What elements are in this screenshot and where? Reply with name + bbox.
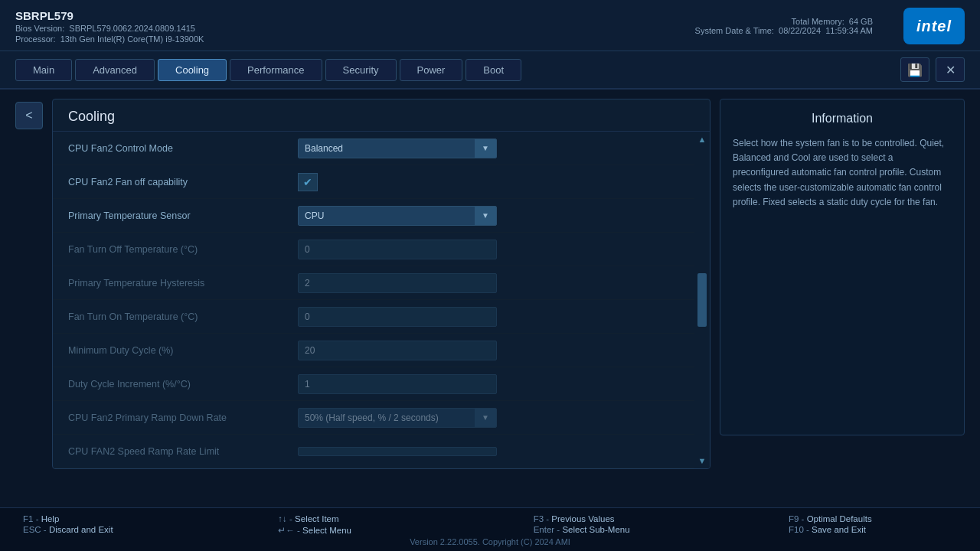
info-title: Information [733, 112, 952, 126]
select-primary-temp-sensor[interactable]: CPU ▼ [298, 206, 497, 226]
tab-boot[interactable]: Boot [466, 59, 521, 81]
setting-row-duty-cycle-increment: Duty Cycle Increment (%/°C) 1 [53, 367, 694, 401]
footer-version: Version 2.22.0055. Copyright (C) 2024 AM… [23, 537, 957, 546]
enter-action: Select Sub-Menu [562, 525, 629, 534]
control-primary-temp-sensor[interactable]: CPU ▼ [298, 206, 497, 226]
header-left: SBRPL579 Bios Version: SBRPL579.0062.202… [15, 9, 204, 44]
footer-f9: F9 - Optimal Defaults [789, 514, 957, 523]
footer-esc-sep: - [44, 525, 49, 534]
arrows-action: Select Item [295, 514, 339, 523]
scroll-up-arrow[interactable]: ▲ [698, 135, 707, 144]
f3-action: Previous Values [551, 514, 614, 523]
label-fan-turn-off-temp: Fan Turn Off Temperature (°C) [68, 244, 298, 255]
f3-key: F3 [534, 514, 544, 523]
setting-row-fan-turn-off-temp: Fan Turn Off Temperature (°C) 0 [53, 233, 694, 266]
processor-info: Processor: 13th Gen Intel(R) Core(TM) i9… [15, 34, 204, 44]
scroll-thumb[interactable] [697, 273, 707, 327]
footer-arrows: ↑↓ - Select Item [278, 514, 446, 523]
footer-enter-arrows: ↵← - Select Menu [278, 525, 446, 536]
label-fan2-control-mode: CPU Fan2 Control Mode [68, 143, 298, 154]
footer-f1: F1 - Help [23, 514, 191, 523]
footer-arrows-sep: - [289, 514, 295, 523]
tab-cooling[interactable]: Cooling [158, 59, 227, 81]
memory-label: Total Memory: [792, 17, 844, 26]
bios-info: Bios Version: SBRPL579.0062.2024.0809.14… [15, 24, 204, 33]
footer-f3: F3 - Previous Values [534, 514, 702, 523]
processor-value: 13th Gen Intel(R) Core(TM) i9-13900K [60, 34, 204, 44]
enter-key: Enter [534, 525, 555, 534]
select-fan2-ramp-down: 50% (Half speed, % / 2 seconds) ▼ [298, 408, 497, 428]
date-value: 08/22/2024 [779, 26, 821, 35]
setting-row-fan2-ramp-down: CPU Fan2 Primary Ramp Down Rate 50% (Hal… [53, 401, 694, 435]
value-duty-cycle-increment: 1 [298, 374, 497, 394]
dropdown-arrow-fan2-ramp-down: ▼ [475, 409, 496, 427]
intel-logo: intel [903, 8, 965, 44]
memory-info: Total Memory: 64 GB [695, 17, 873, 26]
tab-power[interactable]: Power [400, 59, 463, 81]
back-button[interactable]: < [15, 102, 43, 129]
label-duty-cycle-increment: Duty Cycle Increment (%/°C) [68, 379, 298, 390]
footer-row1: F1 - Help ↑↓ - Select Item F3 - Previous… [23, 514, 957, 523]
model-name: SBRPL579 [15, 9, 204, 22]
info-text: Select how the system fan is to be contr… [733, 136, 952, 210]
datetime-info: System Date & Time: 08/22/2024 11:59:34 … [695, 26, 873, 35]
control-fan2-ramp-down: 50% (Half speed, % / 2 seconds) ▼ [298, 408, 497, 428]
settings-panel: Cooling CPU Fan2 Control Mode Balanced ▼… [52, 99, 710, 469]
footer-enter: Enter - Select Sub-Menu [534, 525, 702, 536]
setting-row-fan-turn-on-temp: Fan Turn On Temperature (°C) 0 [53, 300, 694, 334]
value-fan2-speed-ramp-limit [298, 447, 497, 456]
f10-key: F10 [789, 525, 804, 534]
datetime-label: System Date & Time: [695, 26, 774, 35]
nav-tabs: Main Advanced Cooling Performance Securi… [15, 59, 521, 81]
control-fan2-off-cap[interactable]: ✔ [298, 173, 497, 191]
content-area: < Cooling CPU Fan2 Control Mode Balanced… [0, 90, 980, 478]
setting-row-primary-temp-hysteresis: Primary Temperature Hysteresis 2 [53, 266, 694, 300]
tab-security[interactable]: Security [325, 59, 397, 81]
footer-esc: ESC - Discard and Exit [23, 525, 191, 536]
value-fan-turn-off-temp: 0 [298, 240, 497, 259]
label-fan2-speed-ramp-limit: CPU FAN2 Speed Ramp Rate Limit [68, 446, 298, 457]
control-primary-temp-hysteresis: 2 [298, 273, 497, 293]
memory-value: 64 GB [849, 17, 873, 26]
select-value-fan2-ramp-down: 50% (Half speed, % / 2 seconds) [299, 409, 475, 427]
label-fan2-ramp-down: CPU Fan2 Primary Ramp Down Rate [68, 412, 298, 423]
setting-row-fan2-off-cap: CPU Fan2 Fan off capability ✔ [53, 165, 694, 199]
bios-label: Bios Version: [15, 24, 64, 33]
settings-scroll: CPU Fan2 Control Mode Balanced ▼ CPU Fan… [53, 132, 710, 468]
footer-f10: F10 - Save and Exit [789, 525, 957, 536]
setting-row-primary-temp-sensor: Primary Temperature Sensor CPU ▼ [53, 199, 694, 233]
dropdown-arrow-primary-temp-sensor[interactable]: ▼ [475, 207, 496, 225]
save-icon-button[interactable]: 💾 [900, 57, 929, 82]
label-fan-turn-on-temp: Fan Turn On Temperature (°C) [68, 311, 298, 322]
tab-performance[interactable]: Performance [230, 59, 322, 81]
tab-advanced[interactable]: Advanced [75, 59, 155, 81]
control-fan-turn-off-temp: 0 [298, 240, 497, 259]
setting-row-fan2-speed-ramp-limit: CPU FAN2 Speed Ramp Rate Limit [53, 435, 694, 468]
footer-f1-sep: - [36, 514, 41, 523]
info-panel: Information Select how the system fan is… [720, 99, 965, 435]
f9-action: Optimal Defaults [807, 514, 872, 523]
dropdown-arrow-fan2-control-mode[interactable]: ▼ [475, 139, 496, 158]
close-icon-button[interactable]: ✕ [936, 57, 965, 82]
scroll-down-arrow[interactable]: ▼ [698, 456, 707, 465]
page-title: Cooling [53, 99, 710, 132]
setting-row-fan2-control-mode: CPU Fan2 Control Mode Balanced ▼ [53, 132, 694, 165]
footer-f10-sep: - [806, 525, 812, 534]
tab-main[interactable]: Main [15, 59, 72, 81]
checkbox-fan2-off-cap[interactable]: ✔ [298, 173, 318, 191]
control-fan2-control-mode[interactable]: Balanced ▼ [298, 139, 497, 158]
select-fan2-control-mode[interactable]: Balanced ▼ [298, 139, 497, 158]
control-duty-cycle-increment: 1 [298, 374, 497, 394]
label-primary-temp-sensor: Primary Temperature Sensor [68, 210, 298, 221]
select-value-primary-temp-sensor: CPU [299, 207, 475, 225]
f9-key: F9 [789, 514, 799, 523]
label-fan2-off-cap: CPU Fan2 Fan off capability [68, 177, 298, 187]
f1-action: Help [41, 514, 60, 523]
f1-key: F1 [23, 514, 33, 523]
header-right: Total Memory: 64 GB System Date & Time: … [695, 8, 965, 44]
arrows-key: ↑↓ [278, 514, 287, 523]
system-info: Total Memory: 64 GB System Date & Time: … [695, 17, 873, 35]
esc-key: ESC [23, 525, 41, 534]
f10-action: Save and Exit [812, 525, 866, 534]
scrollbar[interactable]: ▲ ▼ [694, 132, 710, 468]
